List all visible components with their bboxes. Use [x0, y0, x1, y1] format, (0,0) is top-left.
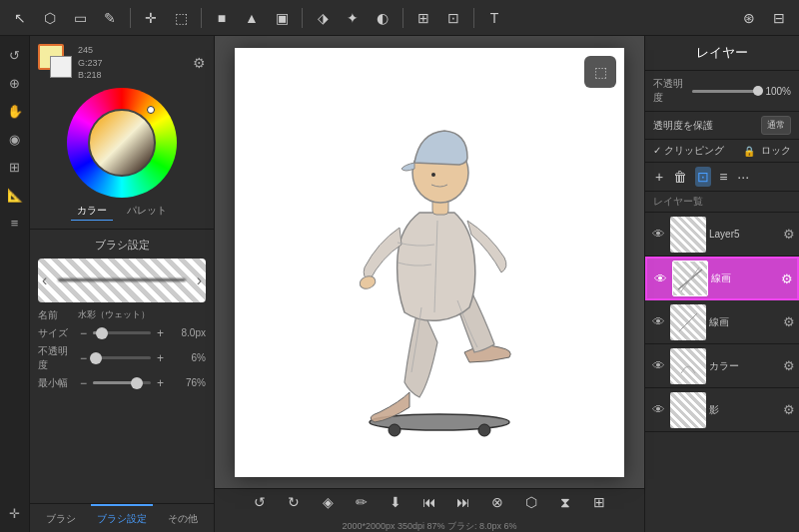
- layer-settings-icon[interactable]: ⚙: [781, 271, 793, 286]
- dodge-icon[interactable]: ◐: [371, 6, 395, 30]
- lock-label[interactable]: ロック: [761, 144, 791, 158]
- lasso2-icon[interactable]: ⊗: [483, 488, 511, 516]
- tab-brush-settings[interactable]: ブラシ設定: [91, 504, 152, 532]
- canvas-overlay-icon[interactable]: ⬚: [584, 56, 616, 88]
- select-icon[interactable]: ↖: [8, 6, 32, 30]
- rect-select-icon[interactable]: ▭: [68, 6, 92, 30]
- lasso-icon[interactable]: ⬗: [311, 6, 335, 30]
- preserve-transparency-row: 透明度を保護 通常: [645, 112, 799, 140]
- move-nav-icon[interactable]: ✛: [4, 502, 26, 524]
- color-wheel-container[interactable]: [38, 88, 206, 198]
- layer-thumbnail: [670, 217, 706, 253]
- layer-name: 線画: [711, 271, 778, 285]
- layer-visibility-icon[interactable]: 👁: [649, 358, 667, 373]
- layer-visibility-icon[interactable]: 👁: [649, 402, 667, 417]
- divider3: [302, 8, 303, 28]
- brush-opacity-slider[interactable]: [93, 356, 151, 359]
- brush-opacity-minus[interactable]: −: [78, 351, 89, 365]
- hand-icon[interactable]: ✋: [4, 100, 26, 122]
- divider2: [201, 8, 202, 28]
- layer-item[interactable]: 👁 カラー ⚙: [645, 344, 799, 388]
- layer-visibility-icon[interactable]: 👁: [649, 314, 667, 329]
- tab-color[interactable]: カラー: [71, 202, 113, 221]
- layer-item[interactable]: 👁 影 ⚙: [645, 388, 799, 432]
- flip-icon[interactable]: ⧗: [551, 488, 579, 516]
- canvas[interactable]: ⬚: [235, 48, 624, 477]
- arrange-icon[interactable]: ⊞: [411, 6, 435, 30]
- add-layer-icon[interactable]: +: [653, 167, 665, 187]
- layer-settings-icon[interactable]: ⚙: [783, 227, 795, 242]
- move-icon[interactable]: ✛: [139, 6, 163, 30]
- tab-palette[interactable]: パレット: [121, 202, 173, 221]
- brush-prev-icon[interactable]: ‹: [42, 271, 47, 289]
- divider1: [130, 8, 131, 28]
- color-rgb-values: 245 G:237 B:218: [78, 44, 103, 82]
- opacity-slider[interactable]: [692, 90, 762, 93]
- brush-preview[interactable]: ‹ ›: [38, 259, 206, 302]
- clipping-label[interactable]: ✓ クリッピング: [653, 144, 737, 158]
- delete-layer-icon[interactable]: 🗑: [671, 167, 689, 187]
- text-icon[interactable]: T: [482, 6, 506, 30]
- brush-size-slider[interactable]: [93, 331, 151, 334]
- undo-icon[interactable]: ↺: [4, 44, 26, 66]
- filter-icon[interactable]: ≡: [4, 212, 26, 234]
- layer-visibility-icon[interactable]: 👁: [649, 227, 667, 242]
- brush-size-minus[interactable]: −: [78, 326, 89, 340]
- bg-color-swatch[interactable]: [50, 56, 72, 78]
- brush-minwidth-minus[interactable]: −: [78, 376, 89, 390]
- transform2-icon[interactable]: ⬚: [169, 6, 193, 30]
- layer-item[interactable]: 👁 Layer5 ⚙: [645, 213, 799, 257]
- layer-settings-icon[interactable]: ⚙: [783, 358, 795, 373]
- layer-item[interactable]: 👁 線画 ⚙: [645, 300, 799, 344]
- snap-icon[interactable]: ⊞: [4, 156, 26, 178]
- wand-icon[interactable]: ✦: [341, 6, 365, 30]
- undo-icon[interactable]: ↺: [246, 488, 274, 516]
- color-wheel[interactable]: [67, 88, 177, 198]
- redo-icon[interactable]: ↻: [280, 488, 308, 516]
- opacity-row: 不透明度 100%: [645, 71, 799, 112]
- next-icon[interactable]: ⏭: [449, 488, 477, 516]
- zoom-icon[interactable]: ⊕: [4, 72, 26, 94]
- brush-minwidth-slider[interactable]: [93, 381, 151, 384]
- blend-mode-button[interactable]: 通常: [761, 116, 791, 135]
- eyedrop2-icon[interactable]: ✏: [348, 488, 376, 516]
- preserve-transparency-label: 透明度を保護: [653, 119, 755, 133]
- color-settings-icon[interactable]: ⚙: [193, 55, 206, 71]
- brush-opacity-plus[interactable]: +: [155, 351, 166, 365]
- brush-minwidth-plus[interactable]: +: [155, 376, 166, 390]
- transform3-icon[interactable]: ⬡: [517, 488, 545, 516]
- brush-size-plus[interactable]: +: [155, 326, 166, 340]
- brush-next-icon[interactable]: ›: [197, 271, 202, 289]
- list-view-icon[interactable]: ≡: [717, 167, 729, 187]
- more-icon[interactable]: ···: [735, 167, 751, 187]
- left-sidebar: 245 G:237 B:218 ⚙ カラー パレット ブラシ設定: [30, 36, 215, 532]
- share-icon[interactable]: ⊛: [737, 6, 761, 30]
- fill-icon[interactable]: ■: [210, 6, 234, 30]
- layer-visibility-icon[interactable]: 👁: [651, 271, 669, 286]
- bucket-icon[interactable]: ▲: [240, 6, 264, 30]
- grid-icon[interactable]: ⊞: [585, 488, 613, 516]
- layer-thumb-content: [673, 262, 707, 295]
- clone-icon[interactable]: ⊡: [441, 6, 465, 30]
- layer-name: Layer5: [709, 229, 780, 240]
- pen-icon[interactable]: ✎: [98, 6, 122, 30]
- tab-other[interactable]: その他: [153, 504, 214, 532]
- import-icon[interactable]: ⬇: [382, 488, 409, 516]
- layers-toolbar: + 🗑 ⊡ ≡ ···: [645, 163, 799, 192]
- skater-illustration: [290, 73, 569, 452]
- brush-size-thumb: [96, 327, 108, 339]
- transform-icon[interactable]: ⬡: [38, 6, 62, 30]
- tab-brush[interactable]: ブラシ: [30, 504, 91, 532]
- fill2-icon[interactable]: ◈: [314, 488, 342, 516]
- prev-icon[interactable]: ⏮: [415, 488, 443, 516]
- layers-icon[interactable]: ⊟: [767, 6, 791, 30]
- ruler-icon[interactable]: 📐: [4, 184, 26, 206]
- eyedrop-icon[interactable]: ◉: [4, 128, 26, 150]
- layer-item-active[interactable]: 👁 線画 ⚙: [645, 257, 799, 300]
- canvas-container[interactable]: ⬚: [215, 36, 644, 488]
- left-bottom-tabs: ブラシ ブラシ設定 その他: [30, 503, 214, 532]
- layer-settings-icon[interactable]: ⚙: [783, 314, 795, 329]
- layer-settings-icon[interactable]: ⚙: [783, 402, 795, 417]
- crop-icon[interactable]: ▣: [270, 6, 294, 30]
- copy-layer-icon[interactable]: ⊡: [695, 167, 711, 187]
